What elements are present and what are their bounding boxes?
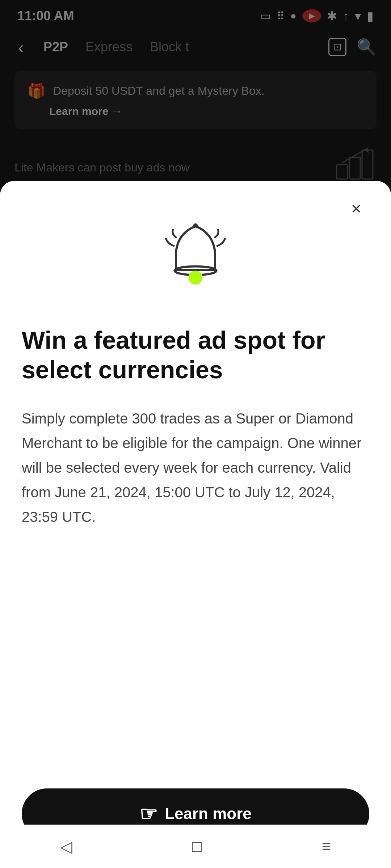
svg-point-5 — [189, 271, 202, 284]
modal-sheet: × Win a featured ad spot for select curr… — [0, 181, 391, 868]
learn-more-label: Learn more — [165, 805, 252, 823]
cursor-icon: ☞ — [139, 802, 157, 826]
bell-illustration — [22, 195, 369, 326]
close-button[interactable]: × — [343, 195, 369, 221]
modal-description: Simply complete 300 trades as a Super or… — [22, 406, 369, 767]
modal-title: Win a featured ad spot for select curren… — [22, 326, 369, 384]
back-nav-icon[interactable]: ◁ — [53, 830, 80, 863]
menu-nav-icon[interactable]: ≡ — [315, 830, 339, 863]
home-nav-icon[interactable]: □ — [185, 830, 209, 863]
bottom-nav: ◁ □ ≡ — [0, 825, 391, 868]
